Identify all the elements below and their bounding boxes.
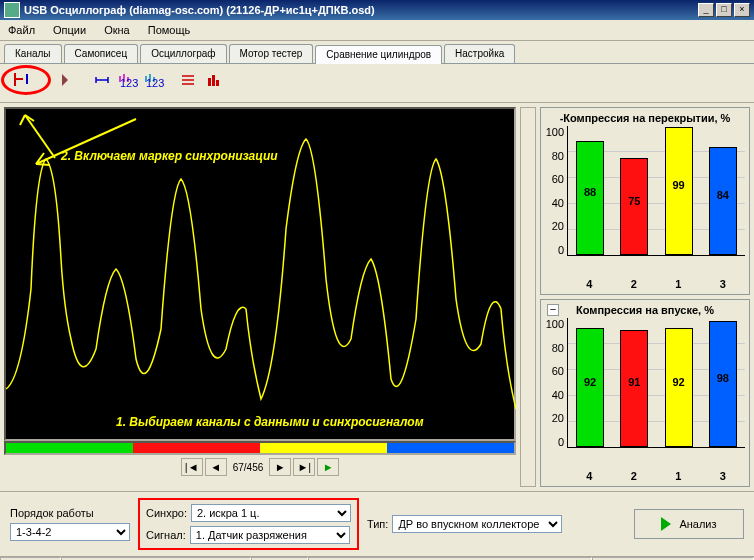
bar: 92 — [576, 328, 604, 447]
chart-1: −Компрессия на впуске, %1008060402009291… — [540, 299, 750, 487]
nav-row: |◄ ◄ 67/456 ► ►| ► — [4, 455, 516, 479]
minimize-button[interactable]: _ — [698, 3, 714, 17]
menu-windows[interactable]: Окна — [100, 22, 134, 38]
tab-motor-tester[interactable]: Мотор тестер — [229, 44, 314, 63]
close-button[interactable]: × — [734, 3, 750, 17]
tab-channels[interactable]: Каналы — [4, 44, 62, 63]
tab-oscillograph[interactable]: Осциллограф — [140, 44, 226, 63]
bar: 88 — [576, 141, 604, 255]
toolbar-btn-3[interactable] — [90, 68, 114, 92]
tab-settings[interactable]: Настройка — [444, 44, 515, 63]
color-bar — [4, 441, 516, 455]
bar: 75 — [620, 158, 648, 255]
toolbar-btn-6[interactable] — [176, 68, 200, 92]
type-label: Тип: — [367, 518, 388, 530]
svg-text:1234: 1234 — [146, 77, 164, 88]
tab-cylinder-compare[interactable]: Сравнение цилиндров — [315, 45, 442, 64]
toolbar-btn-7[interactable] — [202, 68, 226, 92]
signal-label: Сигнал: — [146, 529, 186, 541]
bar: 98 — [709, 321, 737, 447]
app-icon — [4, 2, 20, 18]
collapse-button[interactable]: − — [547, 304, 559, 316]
svg-text:1234: 1234 — [120, 77, 138, 88]
channel-select-box: Синхро: 2. искра 1 ц. Сигнал: 1. Датчик … — [138, 498, 359, 550]
menu-help[interactable]: Помощь — [144, 22, 195, 38]
oscilloscope-display[interactable]: 2. Включаем маркер синхронизации 1. Выби… — [4, 107, 516, 441]
toolbar-btn-4[interactable]: 1234 — [116, 68, 140, 92]
nav-first[interactable]: |◄ — [181, 458, 203, 476]
nav-play[interactable]: ► — [317, 458, 339, 476]
chart-title: Компрессия на впуске, % — [576, 304, 714, 316]
play-icon — [661, 517, 671, 531]
annotation-1: 1. Выбираем каналы с данными и синхросиг… — [116, 415, 424, 429]
nav-next[interactable]: ► — [269, 458, 291, 476]
bar: 92 — [665, 328, 693, 447]
window-title: USB Осциллограф (diamag-osc.com) (21126-… — [24, 4, 696, 16]
signal-select[interactable]: 1. Датчик разряжения — [190, 526, 350, 544]
vertical-scrollbar[interactable] — [520, 107, 536, 487]
type-select[interactable]: ДР во впускном коллекторе — [392, 515, 562, 533]
sync-select[interactable]: 2. искра 1 ц. — [191, 504, 351, 522]
bar: 84 — [709, 147, 737, 255]
toolbar-btn-2[interactable] — [56, 68, 80, 92]
titlebar: USB Осциллограф (diamag-osc.com) (21126-… — [0, 0, 754, 20]
maximize-button[interactable]: □ — [716, 3, 732, 17]
chart-title: -Компрессия на перекрытии, % — [560, 112, 731, 124]
nav-last[interactable]: ►| — [293, 458, 315, 476]
svg-rect-3 — [212, 75, 215, 86]
svg-rect-4 — [216, 80, 219, 86]
tab-recorder[interactable]: Самописец — [64, 44, 139, 63]
menu-options[interactable]: Опции — [49, 22, 90, 38]
bar: 99 — [665, 127, 693, 255]
menu-file[interactable]: Файл — [4, 22, 39, 38]
sync-label: Синхро: — [146, 507, 187, 519]
pager: 67/456 — [229, 462, 268, 473]
tabbar: Каналы Самописец Осциллограф Мотор тесте… — [0, 41, 754, 64]
bar: 91 — [620, 330, 648, 447]
nav-prev[interactable]: ◄ — [205, 458, 227, 476]
chart-0: -Компрессия на перекрытии, %100806040200… — [540, 107, 750, 295]
svg-rect-2 — [208, 78, 211, 86]
analyze-button[interactable]: Анализ — [634, 509, 744, 539]
statusbar: 133333 Гц USB Осциллограф не подключен 5… — [0, 556, 754, 560]
sync-marker-button[interactable] — [1, 65, 51, 95]
toolbar: 1234 1234 — [0, 64, 754, 103]
order-label: Порядок работы — [10, 507, 94, 519]
menubar: Файл Опции Окна Помощь — [0, 20, 754, 41]
order-select[interactable]: 1-3-4-2 — [10, 523, 130, 541]
toolbar-btn-5[interactable]: 1234 — [142, 68, 166, 92]
